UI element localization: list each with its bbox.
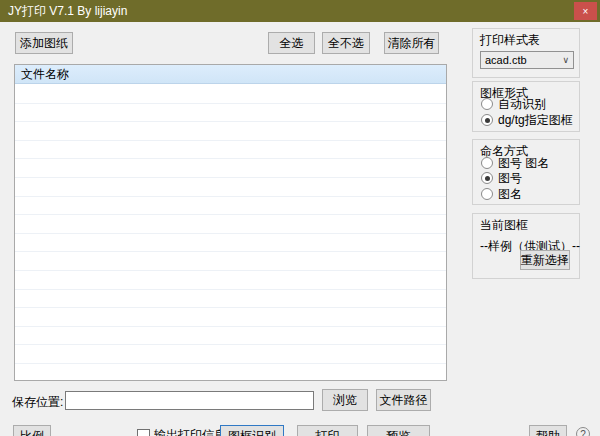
save-location-label: 保存位置: xyxy=(12,394,63,411)
print-style-combobox[interactable]: acad.ctb ∨ xyxy=(480,51,574,69)
save-location-input[interactable] xyxy=(65,391,314,410)
help-button[interactable]: 帮助 xyxy=(529,425,567,436)
radio-dgtg-frame[interactable]: dg/tg指定图框 xyxy=(481,113,573,127)
radio-label: 图号 xyxy=(498,170,522,187)
current-frame-group: 当前图框 --样例（供测试）-- 重新选择 xyxy=(472,213,580,279)
file-path-button[interactable]: 文件路径 xyxy=(376,389,431,411)
radio-name[interactable]: 图名 xyxy=(481,187,522,201)
file-list-rows[interactable] xyxy=(15,85,446,380)
frame-mode-group: 图框形式 自动识别 dg/tg指定图框 xyxy=(472,81,580,132)
radio-number-and-name[interactable]: 图号 图名 xyxy=(481,156,549,170)
help-icon[interactable]: ? xyxy=(576,427,590,436)
add-drawings-button[interactable]: 添加图纸 xyxy=(15,32,73,54)
reselect-button[interactable]: 重新选择 xyxy=(520,250,570,270)
naming-group: 命名方式 图号 图名 图号 图名 xyxy=(472,139,580,205)
radio-label: 图名 xyxy=(498,186,522,203)
file-list[interactable]: 文件名称 xyxy=(14,64,447,381)
radio-icon[interactable] xyxy=(481,172,493,184)
radio-icon[interactable] xyxy=(481,188,493,200)
radio-icon[interactable] xyxy=(481,98,493,110)
radio-label: dg/tg指定图框 xyxy=(498,112,573,129)
close-button[interactable]: × xyxy=(574,2,597,20)
title-bar[interactable]: JY打印 V7.1 By lijiayin × xyxy=(0,0,600,22)
clear-all-button[interactable]: 清除所有 xyxy=(384,32,439,54)
print-style-group: 打印样式表 acad.ctb ∨ xyxy=(472,28,580,78)
print-style-selected: acad.ctb xyxy=(485,54,562,66)
chevron-down-icon: ∨ xyxy=(562,55,569,65)
radio-auto-detect[interactable]: 自动识别 xyxy=(481,97,546,111)
frame-recognize-button[interactable]: 图框识别 xyxy=(220,425,284,436)
window-title: JY打印 V7.1 By lijiayin xyxy=(8,0,127,22)
close-icon: × xyxy=(583,6,589,17)
browse-button[interactable]: 浏览 xyxy=(322,389,368,411)
radio-number[interactable]: 图号 xyxy=(481,171,522,185)
scale-button[interactable]: 比例 xyxy=(13,425,51,436)
app-window: JY打印 V7.1 By lijiayin × 添加图纸 全选 全不选 清除所有… xyxy=(0,0,600,436)
current-frame-title: 当前图框 xyxy=(480,217,528,234)
checkbox-label: 输出打印信息 xyxy=(154,427,226,436)
radio-icon[interactable] xyxy=(481,114,493,126)
checkbox-icon[interactable] xyxy=(137,429,150,436)
print-button[interactable]: 打印 xyxy=(297,425,358,436)
radio-label: 自动识别 xyxy=(498,96,546,113)
radio-icon[interactable] xyxy=(481,157,493,169)
preview-button[interactable]: 预览 xyxy=(367,425,430,436)
select-all-button[interactable]: 全选 xyxy=(268,32,315,54)
file-list-header[interactable]: 文件名称 xyxy=(15,65,446,84)
print-style-title: 打印样式表 xyxy=(480,32,540,49)
select-none-button[interactable]: 全不选 xyxy=(322,32,370,54)
output-print-info-checkbox[interactable]: 输出打印信息 xyxy=(137,427,226,436)
